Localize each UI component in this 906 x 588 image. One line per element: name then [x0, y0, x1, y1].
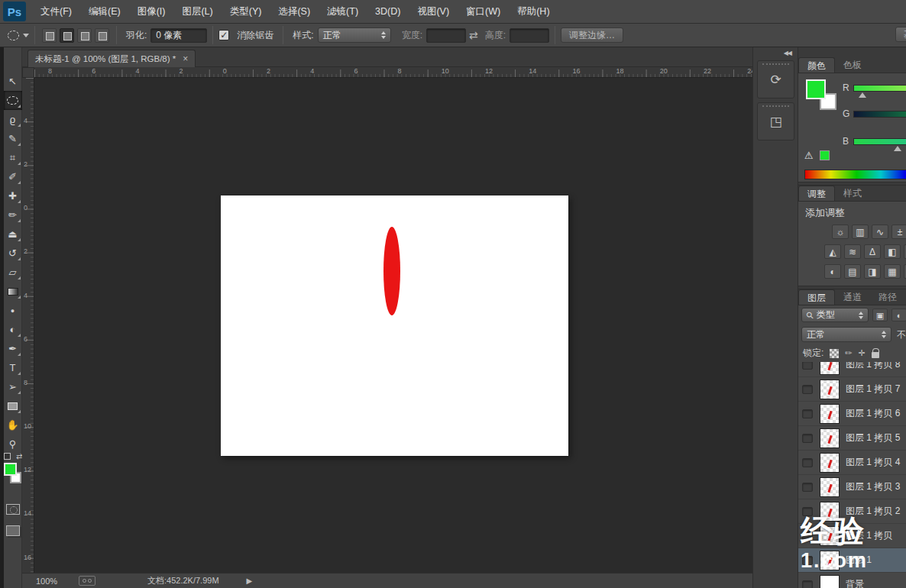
menu-type[interactable]: 类型(Y) — [222, 6, 270, 17]
gradient-map-icon[interactable]: ▦ — [884, 264, 901, 279]
layer-thumbnail[interactable] — [820, 453, 840, 473]
menu-edit[interactable]: 编辑(E) — [80, 6, 129, 17]
layer-name[interactable]: 图层 1 拷贝 7 — [846, 383, 900, 396]
screen-mode-button[interactable] — [6, 525, 20, 536]
menu-file[interactable]: 文件(F) — [32, 6, 80, 17]
threshold-icon[interactable]: ◨ — [864, 264, 881, 279]
layer-thumbnail[interactable] — [820, 404, 840, 424]
foreground-color-swatch[interactable] — [806, 79, 826, 99]
gamut-color-chip[interactable] — [820, 150, 830, 160]
invert-icon[interactable]: ◐ — [824, 264, 841, 279]
blur-tool[interactable]: ● — [4, 301, 22, 320]
history-brush-tool[interactable]: ↺ — [4, 244, 22, 263]
path-selection-tool[interactable]: ➢ — [4, 377, 22, 396]
width-input[interactable] — [426, 28, 466, 43]
clone-stamp-tool[interactable]: ⏏ — [4, 225, 22, 244]
blend-mode-dropdown[interactable]: 正常 — [801, 327, 891, 342]
layer-name[interactable]: 图层 1 拷贝 6 — [846, 407, 900, 420]
green-channel-slider[interactable] — [853, 111, 906, 118]
layer-row[interactable]: 图层 1 拷贝 8 — [798, 362, 906, 377]
blue-channel-slider[interactable] — [853, 138, 906, 145]
spot-healing-brush-tool[interactable]: ✚ — [4, 186, 22, 205]
layer-row[interactable]: 图层 1 拷贝 2 — [798, 499, 906, 524]
menu-help[interactable]: 帮助(H) — [509, 6, 558, 17]
lock-all-icon[interactable] — [872, 352, 879, 358]
close-icon[interactable]: × — [183, 53, 188, 64]
history-panel-button[interactable]: ⟳ — [757, 60, 794, 99]
add-selection-button[interactable] — [60, 28, 74, 43]
visibility-toggle[interactable] — [802, 434, 813, 443]
layer-thumbnail[interactable] — [820, 551, 840, 570]
layer-thumbnail[interactable] — [820, 477, 840, 497]
gradient-tool[interactable] — [4, 282, 22, 301]
tab-color[interactable]: 颜色 — [798, 57, 835, 73]
foreground-color-swatch[interactable] — [4, 463, 17, 476]
layer-row[interactable]: 图层 1 拷贝 — [798, 524, 906, 548]
document-tab[interactable]: 未标题-1 @ 100% (图层 1, RGB/8) * × — [28, 50, 196, 67]
refine-edge-button[interactable]: 调整边缘… — [561, 27, 623, 43]
rectangle-tool[interactable] — [4, 396, 22, 415]
layer-name[interactable]: 图层 1 拷贝 2 — [846, 505, 900, 518]
hue-saturation-icon[interactable]: ≋ — [844, 244, 861, 259]
visibility-toggle[interactable] — [802, 362, 813, 370]
intersect-selection-button[interactable] — [95, 28, 109, 43]
layer-row[interactable]: 图层 1 — [798, 548, 906, 573]
menu-filter[interactable]: 滤镜(T) — [319, 6, 367, 17]
layer-row[interactable]: 图层 1 拷贝 4 — [798, 451, 906, 475]
layer-name[interactable]: 背景 — [846, 578, 864, 588]
layer-thumbnail[interactable] — [820, 526, 840, 546]
canvas-document[interactable] — [221, 195, 568, 456]
tab-adjustments[interactable]: 调整 — [798, 186, 835, 201]
color-spectrum-bar[interactable] — [804, 170, 906, 179]
layer-name[interactable]: 图层 1 拷贝 — [846, 529, 892, 542]
filter-pixel-layers-button[interactable]: ▣ — [872, 309, 888, 321]
menu-window[interactable]: 窗口(W) — [458, 6, 509, 17]
new-selection-button[interactable] — [42, 28, 57, 43]
hand-tool[interactable]: ✋ — [4, 415, 22, 435]
eraser-tool[interactable]: ▱ — [4, 263, 22, 282]
posterize-icon[interactable]: ▤ — [844, 264, 861, 279]
lock-transparency-icon[interactable] — [830, 349, 839, 358]
slider-handle[interactable] — [894, 146, 901, 151]
visibility-toggle[interactable] — [802, 580, 813, 588]
vibrance-icon[interactable]: ◭ — [824, 244, 841, 259]
layer-name[interactable]: 图层 1 — [846, 554, 872, 567]
layer-filter-kind-dropdown[interactable]: ⚲ 类型 — [801, 308, 869, 322]
visibility-toggle[interactable] — [802, 507, 813, 516]
height-input[interactable] — [510, 28, 549, 43]
style-dropdown[interactable]: 正常 — [318, 27, 391, 43]
canvas-viewport[interactable] — [34, 78, 752, 573]
layer-thumbnail[interactable] — [820, 380, 840, 399]
feather-input[interactable]: 0 像素 — [150, 28, 207, 43]
layer-name[interactable]: 图层 1 拷贝 5 — [846, 431, 900, 444]
slider-handle[interactable] — [859, 92, 866, 98]
visibility-toggle[interactable] — [802, 409, 813, 418]
subtract-selection-button[interactable] — [77, 28, 92, 43]
workspace-switcher-button[interactable]: 基 — [895, 27, 906, 42]
quick-selection-tool[interactable]: ✎ — [4, 129, 22, 148]
move-tool[interactable]: ↖ — [4, 72, 22, 91]
layer-row[interactable]: 背景 — [798, 573, 906, 588]
layer-thumbnail[interactable] — [820, 428, 840, 448]
visibility-toggle[interactable] — [802, 531, 813, 541]
layer-row[interactable]: 图层 1 拷贝 7 — [798, 377, 906, 402]
type-tool[interactable]: T — [4, 358, 22, 377]
zoom-tool[interactable]: ⚲ — [4, 435, 22, 454]
lock-position-icon[interactable]: ✛ — [859, 348, 866, 358]
layer-name[interactable]: 图层 1 拷贝 4 — [846, 456, 900, 469]
crop-tool[interactable]: ⌗ — [4, 148, 22, 167]
visibility-toggle[interactable] — [802, 483, 813, 492]
tab-channels[interactable]: 通道 — [835, 289, 870, 305]
lock-pixels-brush-icon[interactable]: ✏ — [845, 348, 852, 358]
layer-row[interactable]: 图层 1 拷贝 5 — [798, 426, 906, 451]
gamut-warning-icon[interactable]: ⚠ — [804, 150, 814, 161]
brightness-contrast-icon[interactable]: ☼ — [832, 225, 849, 239]
layer-name[interactable]: 图层 1 拷贝 3 — [846, 480, 900, 493]
visibility-toggle[interactable] — [802, 458, 813, 467]
dodge-tool[interactable]: ◐ — [4, 320, 22, 339]
layer-thumbnail[interactable] — [820, 362, 840, 375]
color-balance-icon[interactable]: Δ — [864, 244, 881, 259]
menu-image[interactable]: 图像(I) — [129, 6, 174, 17]
quick-mask-button[interactable] — [6, 504, 20, 515]
eyedropper-tool[interactable]: ✐ — [4, 167, 22, 186]
